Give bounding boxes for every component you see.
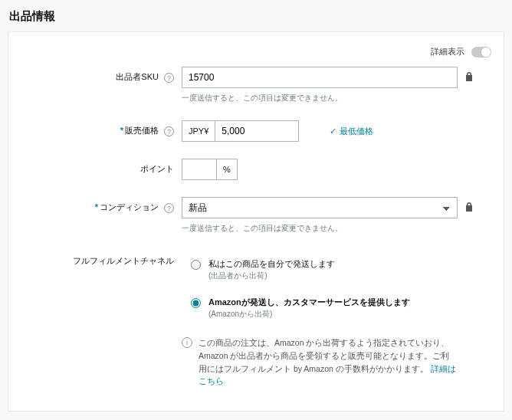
points-unit: %: [217, 159, 238, 180]
points-input[interactable]: [182, 159, 217, 180]
detail-toggle-label: 詳細表示: [431, 47, 464, 56]
lock-icon: [464, 204, 474, 215]
fulfillment-option-self[interactable]: 私はこの商品を自分で発送します (出品者から出荷): [182, 251, 458, 289]
fulfillment-label: フルフィルメントチャネル: [73, 256, 174, 265]
price-currency: JPY¥: [182, 120, 215, 142]
condition-label: コンディション: [100, 202, 159, 212]
page-title: 出品情報: [9, 9, 504, 24]
detail-toggle[interactable]: [471, 47, 491, 57]
help-icon[interactable]: ?: [164, 126, 174, 136]
fulfillment-radio-self[interactable]: [191, 260, 201, 270]
price-input[interactable]: [215, 120, 299, 142]
sku-label: 出品者SKU: [116, 72, 159, 81]
fulfillment-option-title: 私はこの商品を自分で発送します: [208, 259, 335, 268]
sku-input[interactable]: [182, 67, 458, 88]
help-icon[interactable]: ?: [164, 203, 174, 213]
condition-select[interactable]: 新品: [182, 197, 458, 218]
points-label: ポイント: [140, 164, 174, 173]
fulfillment-option-sub: (Amazonから出荷): [208, 310, 272, 318]
form-panel: 詳細表示 出品者SKU ? 一度送信すると、この項目は変更できません。 *販売価…: [8, 31, 504, 412]
fulfillment-radio-amazon[interactable]: [191, 298, 201, 308]
fulfillment-info-text: この商品の注文は、Amazon から出荷するよう指定されていおり、Amazon …: [199, 338, 449, 373]
lock-icon: [464, 74, 474, 84]
sku-hint: 一度送信すると、この項目は変更できません。: [182, 93, 458, 103]
price-label: 販売価格: [125, 126, 159, 135]
condition-hint: 一度送信すると、この項目は変更できません。: [182, 223, 458, 234]
fulfillment-option-title: Amazonが発送し、カスタマーサービスを提供します: [208, 297, 410, 307]
help-icon[interactable]: ?: [164, 73, 174, 83]
info-icon: i: [182, 337, 192, 348]
fulfillment-option-amazon[interactable]: Amazonが発送し、カスタマーサービスを提供します (Amazonから出荷): [182, 289, 458, 327]
fulfillment-option-sub: (出品者から出荷): [208, 271, 267, 280]
min-price-label: 最低価格: [330, 126, 373, 137]
fulfillment-info: i この商品の注文は、Amazon から出荷するよう指定されていおり、Amazo…: [182, 336, 458, 388]
